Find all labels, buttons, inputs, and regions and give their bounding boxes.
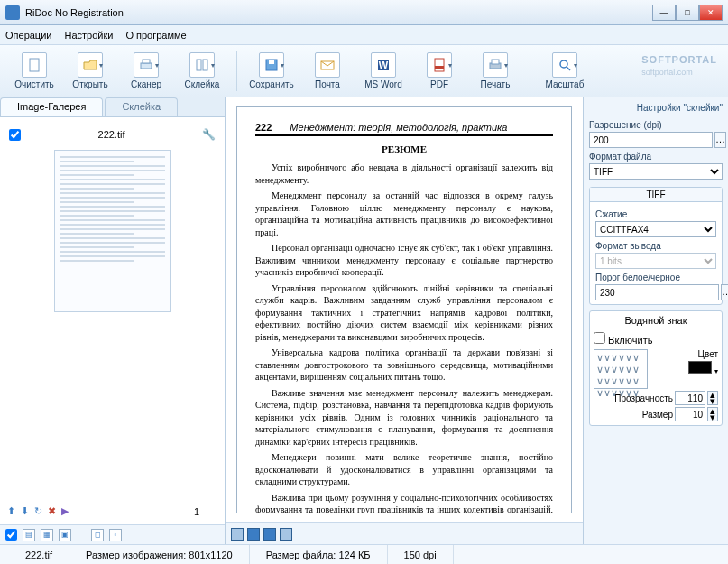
label-threshold: Порог белое/черное bbox=[595, 273, 716, 282]
chevron-down-icon[interactable]: ▾ bbox=[714, 367, 718, 375]
view-large-icon[interactable]: ◻ bbox=[91, 529, 104, 541]
zoom-button[interactable]: ▾ Масштаб bbox=[538, 50, 592, 92]
chevron-down-icon: ▾ bbox=[574, 61, 577, 69]
opacity-stepper[interactable]: ▴▾ bbox=[707, 391, 718, 405]
wrench-icon[interactable]: 🔧 bbox=[202, 128, 216, 141]
toolbar: SOFTPORTALsoftportal.com Очистить ▾ Откр… bbox=[0, 45, 728, 97]
file-format-select[interactable]: TIFF bbox=[589, 163, 723, 180]
svg-rect-6 bbox=[269, 60, 274, 64]
status-filename: 222.tif bbox=[9, 545, 69, 564]
content: Image-Галерея Склейка 222.tif 🔧 ⬆ ⬇ ↻ bbox=[0, 97, 728, 544]
menu-settings[interactable]: Настройки bbox=[64, 30, 113, 41]
zoom-preset-2[interactable] bbox=[247, 528, 260, 541]
svg-line-15 bbox=[567, 67, 570, 70]
status-image-size: Размер изображения: 801x1120 bbox=[69, 545, 250, 564]
format-subtab: TIFF Сжатие CCITTFAX4 Формат вывода 1 bi… bbox=[589, 187, 723, 305]
output-format-select[interactable]: 1 bits bbox=[595, 253, 716, 269]
thumbnail-tools: ⬆ ⬇ ↻ ✖ ▶ 1 bbox=[7, 505, 217, 517]
color-swatch[interactable] bbox=[688, 361, 712, 374]
status-file-size: Размер файла: 124 КБ bbox=[250, 545, 388, 564]
mail-button[interactable]: Почта bbox=[300, 50, 355, 92]
document-viewport[interactable]: 222 Менеджмент: теорія, методологія, пра… bbox=[226, 97, 583, 522]
svg-rect-3 bbox=[197, 60, 201, 70]
arrow-up-icon[interactable]: ⬆ bbox=[7, 505, 15, 517]
pdf-button[interactable]: ▾ PDF bbox=[412, 50, 466, 92]
svg-point-14 bbox=[560, 60, 567, 68]
label-size: Размер bbox=[642, 410, 673, 420]
scanner-button[interactable]: ▾ Сканер bbox=[119, 50, 173, 92]
threshold-input[interactable] bbox=[595, 284, 719, 300]
open-button[interactable]: ▾ Открыть bbox=[63, 50, 117, 92]
threshold-more-button[interactable]: … bbox=[721, 284, 728, 300]
word-button[interactable]: W MS Word bbox=[356, 50, 410, 92]
arrow-down-icon[interactable]: ⬇ bbox=[21, 505, 29, 517]
clear-button[interactable]: Очистить bbox=[7, 50, 61, 92]
window-controls: — □ ✕ bbox=[652, 5, 723, 21]
thumbnail-checkbox[interactable] bbox=[9, 129, 21, 141]
resolution-more-button[interactable]: … bbox=[714, 132, 726, 148]
doc-header-title: Менеджмент: теорія, методологія, практик… bbox=[290, 122, 507, 133]
watermark-panel: Водяной знак Включить ∨∨∨∨∨∨∨∨∨∨∨∨∨∨∨∨∨∨… bbox=[589, 310, 723, 426]
toolbar-divider bbox=[236, 51, 237, 91]
thumbnail-header: 222.tif 🔧 bbox=[7, 125, 217, 144]
compression-select[interactable]: CCITTFAX4 bbox=[595, 221, 716, 237]
zoom-preset-3[interactable] bbox=[263, 528, 276, 541]
size-stepper[interactable]: ▴▾ bbox=[707, 407, 718, 421]
doc-paragraph: Менеджери повинні мати велике теоретичне… bbox=[255, 451, 553, 488]
center-pane: 222 Менеджмент: теорія, методологія, пра… bbox=[226, 97, 584, 544]
toolbar-divider bbox=[530, 51, 530, 91]
chevron-down-icon: ▾ bbox=[99, 61, 103, 69]
zoom-preset-4[interactable] bbox=[280, 528, 292, 541]
rotate-icon[interactable]: ↻ bbox=[34, 505, 42, 517]
svg-rect-0 bbox=[30, 59, 39, 71]
opacity-input[interactable] bbox=[675, 391, 705, 405]
tab-image-gallery[interactable]: Image-Галерея bbox=[0, 97, 103, 116]
close-button[interactable]: ✕ bbox=[699, 5, 723, 21]
doc-paragraph: Універсальна кадрова політика організаці… bbox=[255, 347, 553, 384]
watermark-enable[interactable]: Включить bbox=[594, 335, 652, 346]
label-resolution: Разрешение (dpi) bbox=[589, 120, 723, 130]
svg-rect-13 bbox=[492, 60, 499, 64]
window-title: RiDoc No Registration bbox=[25, 7, 652, 18]
watermark-pattern[interactable]: ∨∨∨∨∨∨∨∨∨∨∨∨∨∨∨∨∨∨∨∨∨∨∨∨ bbox=[594, 349, 648, 389]
watermark-checkbox[interactable] bbox=[594, 332, 605, 344]
menu-about[interactable]: О программе bbox=[125, 30, 186, 41]
app-icon bbox=[5, 5, 20, 20]
menubar: Операции Настройки О программе bbox=[0, 25, 728, 45]
chevron-down-icon: ▾ bbox=[211, 61, 215, 69]
label-opacity: Прозрачность bbox=[614, 393, 673, 403]
svg-rect-1 bbox=[141, 63, 152, 69]
print-button[interactable]: ▾ Печать bbox=[468, 50, 522, 92]
zoom-preset-1[interactable] bbox=[231, 528, 244, 541]
stitch-button[interactable]: ▾ Склейка bbox=[175, 50, 229, 92]
doc-paragraph: Важлива при цьому розуміння у соціально-… bbox=[255, 492, 553, 514]
subtab-tiff[interactable]: TIFF bbox=[590, 188, 722, 202]
mail-icon bbox=[315, 52, 340, 78]
svg-rect-4 bbox=[203, 60, 207, 70]
play-icon[interactable]: ▶ bbox=[61, 505, 69, 517]
view-small-icon[interactable]: ▫ bbox=[109, 529, 122, 541]
save-button[interactable]: ▾ Сохранить bbox=[244, 50, 299, 92]
view-list-icon[interactable]: ▤ bbox=[23, 529, 35, 541]
watermark-title: Водяной знак bbox=[594, 315, 718, 328]
menu-operations[interactable]: Операции bbox=[5, 30, 51, 41]
left-pane: Image-Галерея Склейка 222.tif 🔧 ⬆ ⬇ ↻ bbox=[0, 97, 226, 544]
label-file-format: Формат файла bbox=[589, 152, 723, 162]
thumbnail-preview[interactable] bbox=[54, 150, 171, 312]
doc-paragraph: Важливе значення має менеджмент персонал… bbox=[255, 387, 553, 448]
select-all-checkbox[interactable] bbox=[5, 529, 17, 541]
maximize-button[interactable]: □ bbox=[676, 5, 699, 21]
view-thumbs-icon[interactable]: ▦ bbox=[41, 529, 53, 541]
minimize-button[interactable]: — bbox=[652, 5, 676, 21]
resolution-input[interactable] bbox=[589, 132, 713, 148]
right-pane: Настройки "склейки" Разрешение (dpi) … Ф… bbox=[584, 97, 728, 544]
svg-rect-2 bbox=[143, 60, 150, 63]
delete-icon[interactable]: ✖ bbox=[48, 505, 56, 517]
doc-paragraph: Управління персоналом здійснюють лінійні… bbox=[255, 282, 553, 344]
size-input[interactable] bbox=[675, 407, 705, 421]
view-grid-icon[interactable]: ▣ bbox=[59, 529, 71, 541]
label-compression: Сжатие bbox=[595, 209, 716, 219]
tab-stitch[interactable]: Склейка bbox=[105, 97, 178, 116]
doc-paragraph: Успіх виробничого або невдача в діяльнос… bbox=[255, 162, 553, 186]
left-bottom-toolbar: ▤ ▦ ▣ ◻ ▫ bbox=[0, 524, 225, 544]
